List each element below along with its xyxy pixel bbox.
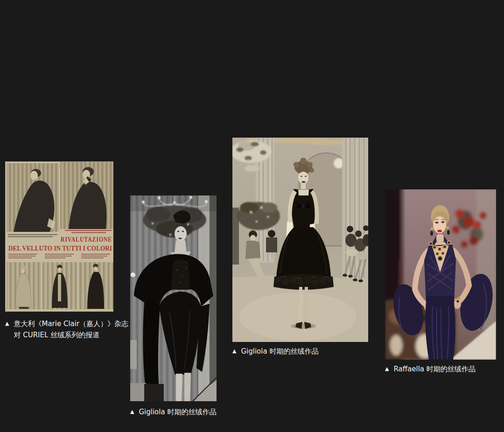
magazine-scan-image: RIVALUTAZIONE DEL VELLUTO IN TUTTI I COL… <box>5 161 113 312</box>
triangle-up-icon: ▲ <box>5 318 9 329</box>
gigliola-photo-1 <box>130 195 217 401</box>
magazine-headline-line2: DEL VELLUTO IN TUTTI I COLORI <box>8 244 112 252</box>
caption-gigliola-2: ▲ Gigliola 时期的丝绒作品 <box>232 346 368 356</box>
gigliola-photo-2 <box>232 138 368 342</box>
page-background: RIVALUTAZIONE DEL VELLUTO IN TUTTI I COL… <box>0 0 504 432</box>
magazine-headline-line1: RIVALUTAZIONE <box>61 235 112 243</box>
figure-raffaella: ▲ Raffaella 时期的丝绒作品 <box>385 189 496 374</box>
figure-magazine-scan: RIVALUTAZIONE DEL VELLUTO IN TUTTI I COL… <box>5 161 113 341</box>
raffaella-photo <box>385 189 496 360</box>
caption-line: Gigliola 时期的丝绒作品 <box>139 407 216 417</box>
gigliola-photo-1-art <box>130 195 217 401</box>
magazine-scan-art: RIVALUTAZIONE DEL VELLUTO IN TUTTI I COL… <box>5 161 113 312</box>
gigliola-photo-2-art <box>232 138 368 342</box>
caption-line: 对 CURIEL 丝绒系列的报道 <box>14 329 128 341</box>
triangle-up-icon: ▲ <box>232 346 236 356</box>
caption-magazine: ▲ 意大利《Marie Clair（嘉人）》杂志 对 CURIEL 丝绒系列的报… <box>5 318 113 341</box>
caption-line: Raffaella 时期的丝绒作品 <box>393 364 475 374</box>
caption-line: 意大利《Marie Clair（嘉人）》杂志 <box>14 318 128 329</box>
triangle-up-icon: ▲ <box>385 364 389 374</box>
caption-gigliola-1: ▲ Gigliola 时期的丝绒作品 <box>130 407 217 417</box>
triangle-up-icon: ▲ <box>130 407 134 417</box>
figure-gigliola-2: ▲ Gigliola 时期的丝绒作品 <box>232 138 368 356</box>
caption-raffaella: ▲ Raffaella 时期的丝绒作品 <box>385 364 496 374</box>
raffaella-photo-art <box>385 189 496 360</box>
caption-line: Gigliola 时期的丝绒作品 <box>241 346 318 356</box>
figure-gigliola-1: ▲ Gigliola 时期的丝绒作品 <box>130 195 217 417</box>
